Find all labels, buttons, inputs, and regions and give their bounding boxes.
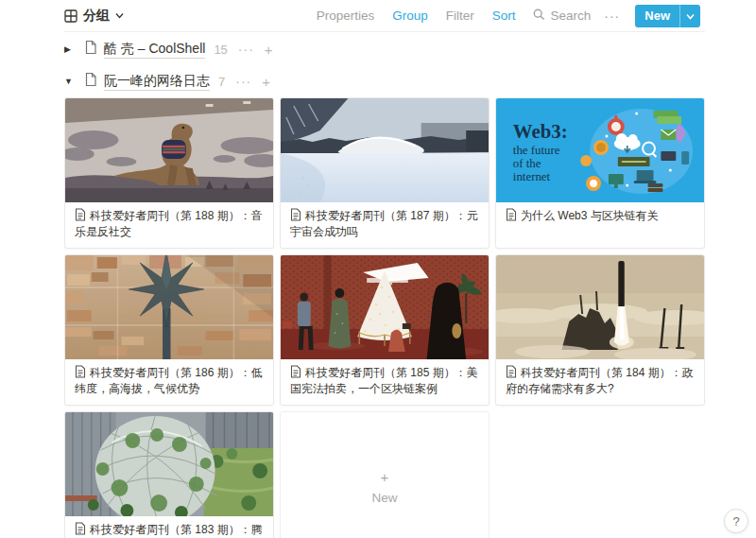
card-cover-plaza [281,255,489,359]
toolbar-divider [64,31,705,32]
card-cover-dinosaur [65,98,273,202]
card-cover-star-city [65,255,273,359]
card-caption: 科技爱好者周刊（第 185 期）：美国宪法拍卖，一个区块链案例 [281,359,489,405]
web3-line1: the future [513,143,560,157]
new-card-button[interactable]: + New [280,411,490,538]
card-title: 科技爱好者周刊（第 185 期）：美国宪法拍卖，一个区块链案例 [290,366,478,395]
gallery-card[interactable]: 科技爱好者周刊（第 188 期）：音乐是反社交 [64,97,274,249]
card-caption: 科技爱好者周刊（第 183 期）：腾讯的员工退休福利 [65,516,273,538]
group-count: 7 [218,75,225,89]
properties-button[interactable]: Properties [317,9,375,23]
expand-toggle-icon[interactable]: ▶ [64,44,77,54]
card-caption: 科技爱好者周刊（第 187 期）：元宇宙会成功吗 [281,202,489,248]
card-caption: 为什么 Web3 与区块链有关 [496,202,704,248]
help-button[interactable]: ? [724,509,748,533]
group-count: 15 [214,43,227,57]
new-dropdown-button[interactable] [679,5,700,27]
gallery-card[interactable]: Web3: the future of the internet [495,97,705,249]
page-icon [84,40,97,59]
group-header-coolshell: ▶ 酷 壳 – CoolShell 15 ··· + [64,38,705,61]
group-add-icon[interactable]: + [265,42,273,58]
card-cover-web3: Web3: the future of the internet [496,98,704,202]
search-icon [533,9,545,24]
group-more-icon[interactable]: ··· [238,42,254,57]
new-card-label: New [371,491,397,505]
gallery-card[interactable]: 科技爱好者周刊（第 185 期）：美国宪法拍卖，一个区块链案例 [280,254,490,406]
web3-heading: Web3: [513,120,568,143]
card-caption: 科技爱好者周刊（第 184 期）：政府的存储需求有多大? [496,359,704,405]
group-title[interactable]: 酷 壳 – CoolShell [104,40,205,59]
gallery-card[interactable]: 科技爱好者周刊（第 184 期）：政府的存储需求有多大? [495,254,705,406]
gallery-card[interactable]: 科技爱好者周刊（第 183 期）：腾讯的员工退休福利 [64,411,274,538]
board-content: ▶ 酷 壳 – CoolShell 15 ··· + ▼ 阮一峰的网络日志 7 … [0,38,756,538]
question-mark-icon: ? [732,514,739,529]
card-title: 科技爱好者周刊（第 183 期）：腾讯的员工退休福利 [75,523,263,538]
card-title: 科技爱好者周刊（第 188 期）：音乐是反社交 [75,209,263,238]
card-title: 为什么 Web3 与区块链有关 [521,209,659,222]
card-title: 科技爱好者周刊（第 186 期）：低纬度，高海拔，气候优势 [75,366,263,395]
card-cover-rocket [496,255,704,359]
gallery-view-icon [64,9,77,23]
web3-line2: of the [513,156,541,170]
chevron-down-icon [115,12,124,19]
collapse-toggle-icon[interactable]: ▼ [64,77,77,86]
more-icon: ··· [604,9,620,24]
card-title: 科技爱好者周刊（第 184 期）：政府的存储需求有多大? [506,366,694,395]
web3-line3: internet [513,169,551,183]
group-more-icon[interactable]: ··· [235,74,251,89]
card-caption: 科技爱好者周刊（第 186 期）：低纬度，高海拔，气候优势 [65,359,273,405]
card-title: 科技爱好者周刊（第 187 期）：元宇宙会成功吗 [290,209,478,238]
group-button[interactable]: Group [392,9,428,23]
card-cover-spheres [65,412,273,516]
card-cover-snow [281,98,489,202]
gallery-card[interactable]: 科技爱好者周刊（第 186 期）：低纬度，高海拔，气候优势 [64,254,274,406]
card-caption: 科技爱好者周刊（第 188 期）：音乐是反社交 [65,202,273,248]
search-button[interactable]: Search [533,9,591,24]
group-header-ruanyifeng: ▼ 阮一峰的网络日志 7 ··· + [64,70,705,93]
more-button[interactable]: ··· [604,9,620,24]
plus-icon: + [381,469,389,485]
chevron-down-icon [686,9,695,23]
search-label: Search [550,9,591,23]
view-name: 分组 [83,8,110,25]
gallery-card[interactable]: 科技爱好者周刊（第 187 期）：元宇宙会成功吗 [280,97,490,249]
gallery-grid: 科技爱好者周刊（第 188 期）：音乐是反社交 [64,97,705,538]
view-toolbar: 分组 Properties Group Filter Sort Search ·… [0,0,756,31]
new-split-button: New [635,5,700,27]
sort-button[interactable]: Sort [492,9,516,23]
filter-button[interactable]: Filter [446,9,474,23]
group-add-icon[interactable]: + [262,74,270,90]
view-switcher[interactable]: 分组 [64,8,124,25]
group-title[interactable]: 阮一峰的网络日志 [104,72,210,91]
new-button[interactable]: New [635,5,679,27]
page-icon [84,72,97,91]
